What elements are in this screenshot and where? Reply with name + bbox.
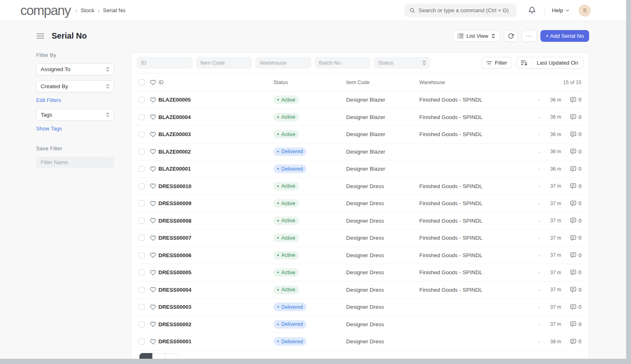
like-heart-icon[interactable]	[150, 304, 158, 310]
select-all-checkbox[interactable]	[139, 79, 145, 85]
view-switcher-button[interactable]: List View	[453, 30, 500, 42]
notification-bell-icon[interactable]	[528, 6, 536, 14]
comment-count[interactable]: 0	[563, 287, 581, 293]
id-filter-input[interactable]	[137, 57, 193, 69]
filter-name-input[interactable]	[36, 157, 114, 168]
comment-count[interactable]: 0	[563, 166, 581, 172]
serial-no-link[interactable]: BLAZE00003	[158, 131, 273, 137]
comment-count[interactable]: 0	[563, 218, 581, 224]
table-row[interactable]: DRESS00007 Active Designer Dress Finishe…	[131, 230, 589, 247]
row-checkbox[interactable]	[139, 166, 145, 172]
column-header-id[interactable]: ID	[158, 80, 273, 85]
row-checkbox[interactable]	[139, 218, 145, 224]
comment-count[interactable]: 0	[563, 269, 581, 275]
item-code-filter-input[interactable]	[196, 57, 252, 69]
column-header-status[interactable]: Status	[273, 80, 346, 85]
serial-no-link[interactable]: BLAZE00002	[158, 149, 273, 155]
sort-direction-button[interactable]	[517, 57, 532, 68]
table-row[interactable]: BLAZE00001 Delivered Designer Blazer - 3…	[131, 160, 589, 178]
horizontal-scrollbar[interactable]	[0, 359, 631, 364]
table-row[interactable]: DRESS00001 Delivered Designer Dress - 38…	[131, 333, 589, 351]
row-checkbox[interactable]	[139, 304, 145, 310]
like-heart-icon[interactable]	[150, 149, 158, 154]
serial-no-link[interactable]: DRESS00009	[158, 200, 273, 206]
assigned-to-select[interactable]: Assigned To	[36, 63, 114, 75]
like-heart-icon[interactable]	[150, 252, 158, 258]
comment-count[interactable]: 0	[563, 235, 581, 241]
serial-no-link[interactable]: DRESS00004	[158, 287, 273, 293]
serial-no-link[interactable]: DRESS00002	[158, 321, 273, 327]
serial-no-link[interactable]: DRESS00001	[158, 338, 273, 344]
like-heart-icon[interactable]	[150, 235, 158, 241]
row-checkbox[interactable]	[139, 235, 145, 241]
like-heart-icon[interactable]	[150, 201, 158, 206]
like-heart-icon[interactable]	[150, 97, 158, 103]
table-row[interactable]: DRESS00010 Active Designer Dress Finishe…	[131, 178, 589, 195]
row-checkbox[interactable]	[139, 114, 145, 120]
comment-count[interactable]: 0	[563, 131, 581, 137]
help-menu[interactable]: Help	[552, 7, 570, 13]
row-checkbox[interactable]	[139, 183, 145, 189]
row-checkbox[interactable]	[139, 269, 145, 275]
table-row[interactable]: DRESS00003 Delivered Designer Dress - 37…	[131, 299, 589, 316]
edit-filters-link[interactable]: Edit Filters	[36, 97, 61, 103]
table-row[interactable]: DRESS00008 Active Designer Dress Finishe…	[131, 212, 589, 230]
filter-button[interactable]: Filter	[481, 57, 512, 69]
comment-count[interactable]: 0	[563, 97, 581, 103]
serial-no-link[interactable]: BLAZE00004	[158, 114, 273, 120]
breadcrumb-stock[interactable]: Stock	[80, 7, 94, 13]
row-checkbox[interactable]	[139, 131, 145, 137]
like-heart-icon[interactable]	[150, 321, 158, 327]
table-row[interactable]: DRESS00004 Active Designer Dress Finishe…	[131, 282, 589, 299]
like-heart-icon[interactable]	[150, 339, 158, 344]
created-by-select[interactable]: Created By	[36, 80, 114, 92]
table-row[interactable]: DRESS00002 Delivered Designer Dress - 37…	[131, 316, 589, 334]
serial-no-link[interactable]: BLAZE00001	[158, 166, 273, 172]
sort-field-button[interactable]: Last Updated On	[532, 60, 583, 66]
table-row[interactable]: BLAZE00002 Delivered Designer Blazer - 3…	[131, 143, 589, 161]
more-options-button[interactable]: ···	[522, 30, 537, 42]
batch-no-filter-input[interactable]	[314, 57, 371, 69]
table-row[interactable]: DRESS00009 Active Designer Dress Finishe…	[131, 195, 589, 212]
vertical-scrollbar[interactable]	[626, 0, 631, 364]
like-heart-icon[interactable]	[150, 287, 158, 292]
tags-select[interactable]: Tags	[36, 109, 114, 121]
table-row[interactable]: DRESS00005 Active Designer Dress Finishe…	[131, 264, 589, 282]
comment-count[interactable]: 0	[563, 338, 581, 344]
row-checkbox[interactable]	[139, 338, 145, 344]
row-checkbox[interactable]	[139, 200, 145, 206]
global-search-input[interactable]: Search or type a command (Ctrl + G)	[404, 4, 517, 17]
table-row[interactable]: BLAZE00003 Active Designer Blazer Finish…	[131, 126, 589, 143]
refresh-button[interactable]	[504, 30, 518, 42]
row-checkbox[interactable]	[139, 149, 145, 155]
row-checkbox[interactable]	[139, 252, 145, 258]
serial-no-link[interactable]: DRESS00006	[158, 252, 273, 258]
table-row[interactable]: DRESS00006 Active Designer Dress Finishe…	[131, 247, 589, 264]
like-heart-icon[interactable]	[150, 114, 158, 120]
serial-no-link[interactable]: BLAZE00005	[158, 97, 273, 103]
comment-count[interactable]: 0	[563, 114, 581, 120]
comment-count[interactable]: 0	[563, 252, 581, 258]
serial-no-link[interactable]: DRESS00005	[158, 269, 273, 275]
like-heart-icon[interactable]	[150, 218, 158, 223]
like-filter-heart-icon[interactable]	[150, 80, 158, 85]
like-heart-icon[interactable]	[150, 166, 158, 172]
status-filter-select[interactable]: Status	[374, 57, 430, 69]
like-heart-icon[interactable]	[150, 132, 158, 137]
column-header-warehouse[interactable]: Warehouse	[419, 80, 533, 85]
row-checkbox[interactable]	[139, 97, 145, 103]
comment-count[interactable]: 0	[563, 149, 581, 155]
comment-count[interactable]: 0	[563, 304, 581, 310]
row-checkbox[interactable]	[139, 287, 145, 293]
like-heart-icon[interactable]	[150, 183, 158, 189]
table-row[interactable]: BLAZE00004 Active Designer Blazer Finish…	[131, 109, 589, 126]
company-logo[interactable]: company	[20, 0, 70, 21]
serial-no-link[interactable]: DRESS00003	[158, 304, 273, 310]
breadcrumb-serial-no[interactable]: Serial No	[103, 7, 126, 13]
row-checkbox[interactable]	[139, 321, 145, 327]
comment-count[interactable]: 0	[563, 321, 581, 327]
serial-no-link[interactable]: DRESS00008	[158, 218, 273, 224]
show-tags-link[interactable]: Show Tags	[36, 126, 62, 132]
serial-no-link[interactable]: DRESS00007	[158, 235, 273, 241]
column-header-item-code[interactable]: Item Code	[346, 80, 419, 85]
